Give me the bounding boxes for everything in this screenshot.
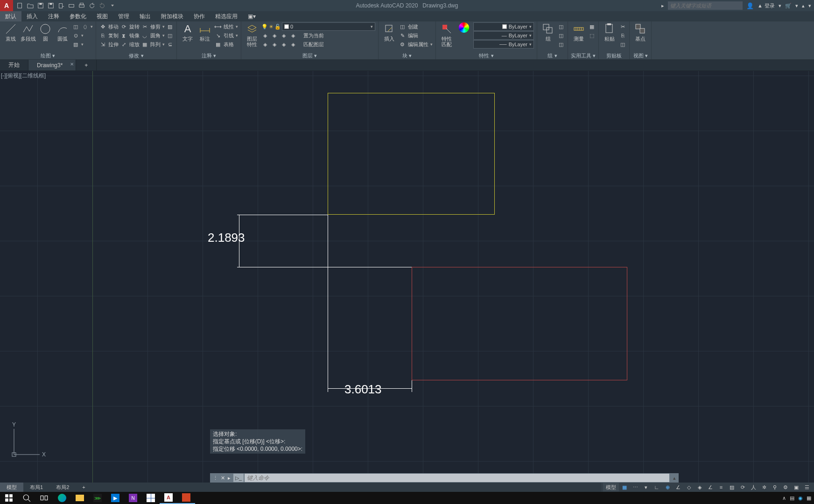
table-button[interactable]: ▦表格	[214, 40, 238, 49]
units-icon[interactable]: ☰	[802, 483, 812, 491]
layer-properties-button[interactable]: 图层 特性	[244, 22, 260, 47]
cmd-close-icon[interactable]: ✕	[221, 475, 225, 481]
tab-parametric[interactable]: 参数化	[64, 11, 91, 21]
grid-icon[interactable]: ▦	[619, 483, 630, 491]
copy-clip-icon[interactable]: ⎘	[619, 31, 626, 40]
edit-attr-button[interactable]: ⚙编辑属性 ▾	[399, 40, 433, 49]
signin-icon[interactable]: 👤	[746, 2, 754, 9]
util-extra2[interactable]: ⬚	[588, 31, 596, 40]
leader-button[interactable]: ↘引线 ▾	[214, 31, 238, 40]
modify-extra1[interactable]: ▨	[166, 22, 174, 31]
print-icon[interactable]	[77, 0, 87, 11]
video-icon[interactable]: ▶	[106, 492, 124, 504]
linetype-combo[interactable]: ──ByLayer▾	[473, 40, 534, 49]
group-extra1[interactable]: ◫	[557, 22, 565, 31]
layout-model[interactable]: 模型	[0, 483, 23, 492]
tab-addins[interactable]: 附加模块	[156, 11, 189, 21]
cmd-recent-icon[interactable]: ▸	[228, 475, 231, 481]
search-icon[interactable]	[18, 492, 35, 504]
ppt-icon[interactable]	[177, 492, 195, 504]
onenote-icon[interactable]: N	[124, 492, 142, 504]
transparency-icon[interactable]: ▨	[727, 483, 737, 491]
tray-icon3[interactable]: ▦	[807, 495, 811, 501]
edit-block-button[interactable]: ✎编辑	[399, 31, 433, 40]
polar-icon[interactable]: ⊕	[662, 483, 673, 491]
new-icon[interactable]	[15, 0, 25, 11]
create-block-button[interactable]: ◫创建	[399, 22, 433, 31]
measure-button[interactable]: 测量	[571, 22, 587, 42]
cycling-icon[interactable]: ⟳	[737, 483, 748, 491]
layout-2[interactable]: 布局2	[49, 483, 76, 492]
status-model[interactable]: 模型	[603, 483, 619, 491]
match-props-button[interactable]: 特性 匹配	[439, 22, 455, 47]
cloud-icon[interactable]	[56, 0, 66, 11]
line-button[interactable]: 直线	[3, 22, 19, 42]
arc-button[interactable]: 圆弧	[55, 22, 70, 42]
tray-icon1[interactable]: ▤	[790, 495, 794, 501]
layer-icon2[interactable]: ◈	[271, 32, 278, 39]
tab-output[interactable]: 输出	[134, 11, 156, 21]
layout-add[interactable]: +	[76, 483, 91, 492]
draw-row2[interactable]: ⊙▾	[72, 31, 93, 40]
redo-icon[interactable]	[97, 0, 107, 11]
tab-default[interactable]: 默认	[0, 11, 21, 21]
ortho-icon[interactable]: ∟	[652, 483, 662, 491]
trim-button[interactable]: ✂修剪 ▾	[141, 22, 165, 31]
maximize-icon[interactable]: ▾	[808, 3, 811, 9]
polyline-button[interactable]: 多段线	[20, 22, 36, 42]
save-icon[interactable]	[35, 0, 46, 11]
dimension-button[interactable]: 标注	[197, 22, 213, 42]
tray-icon2[interactable]: ◉	[798, 495, 803, 501]
tab-insert[interactable]: 插入	[21, 11, 43, 21]
tab-manage[interactable]: 管理	[113, 11, 134, 21]
layer-icon8[interactable]: ◈	[289, 41, 297, 48]
array-button[interactable]: ▦阵列 ▾	[141, 40, 165, 49]
lineweight-combo[interactable]: —ByLayer▾	[473, 31, 534, 40]
layer-icon3[interactable]: ◈	[280, 32, 288, 39]
close-icon[interactable]: ✕	[70, 62, 74, 67]
util-extra1[interactable]: ▦	[588, 22, 596, 31]
undo-icon[interactable]	[87, 0, 97, 11]
modify-extra3[interactable]: ⊆	[166, 40, 174, 49]
scale-button[interactable]: ⤢缩放	[120, 40, 140, 49]
osnap-icon[interactable]: ◇	[684, 483, 694, 491]
cart-icon[interactable]: 🛒	[785, 3, 792, 9]
text-button[interactable]: A文字	[180, 22, 196, 42]
annoscale-icon[interactable]: 人	[748, 483, 758, 491]
app1-icon[interactable]: ⋙	[89, 492, 106, 504]
cmd-up-icon[interactable]: ▴	[670, 475, 679, 481]
edge-icon[interactable]	[53, 492, 71, 504]
titlebar-dropdown-icon[interactable]: ▾	[779, 3, 781, 9]
tab-drawing3[interactable]: Drawing3*✕	[28, 60, 76, 70]
layout-1[interactable]: 布局1	[23, 483, 49, 492]
plot-icon[interactable]	[66, 0, 77, 11]
login-button[interactable]: ▲登录	[758, 2, 775, 9]
layer-bulb-icon[interactable]: 💡	[261, 24, 268, 30]
snap-drop-icon[interactable]: ▾	[641, 483, 651, 491]
3dosnap-icon[interactable]: ◈	[695, 483, 705, 491]
drawing-canvas[interactable]: // grid drawn below via JS after data lo…	[0, 71, 814, 483]
autocad-icon[interactable]: A	[160, 492, 177, 504]
color-combo[interactable]: ByLayer▾	[473, 22, 534, 31]
group-extra2[interactable]: ◫	[557, 31, 565, 40]
match-layer-button[interactable]: 匹配图层	[303, 41, 324, 48]
qat-dropdown-icon[interactable]	[107, 0, 118, 11]
group-button[interactable]: 组	[540, 22, 556, 42]
layer-icon4[interactable]: ◈	[289, 32, 297, 39]
layer-icon6[interactable]: ◈	[271, 41, 278, 48]
open-icon[interactable]	[25, 0, 35, 11]
saveas-icon[interactable]	[46, 0, 56, 11]
paste-button[interactable]: 粘贴	[602, 22, 618, 42]
copy-button[interactable]: ⎘复制	[99, 31, 119, 40]
search-input[interactable]	[668, 1, 743, 10]
clip-extra-icon[interactable]: ◫	[619, 40, 626, 49]
layer-sun-icon[interactable]: ☀	[269, 24, 274, 30]
make-current-button[interactable]: 置为当前	[303, 32, 324, 39]
cut-icon[interactable]: ✂	[619, 22, 626, 31]
new-tab-button[interactable]: +	[76, 60, 97, 70]
mirror-button[interactable]: ⧗镜像	[120, 31, 140, 40]
command-input[interactable]	[245, 474, 669, 482]
taskview-icon[interactable]	[35, 492, 53, 504]
stretch-button[interactable]: ⇲拉伸	[99, 40, 119, 49]
rotate-button[interactable]: ⟳旋转	[120, 22, 140, 31]
